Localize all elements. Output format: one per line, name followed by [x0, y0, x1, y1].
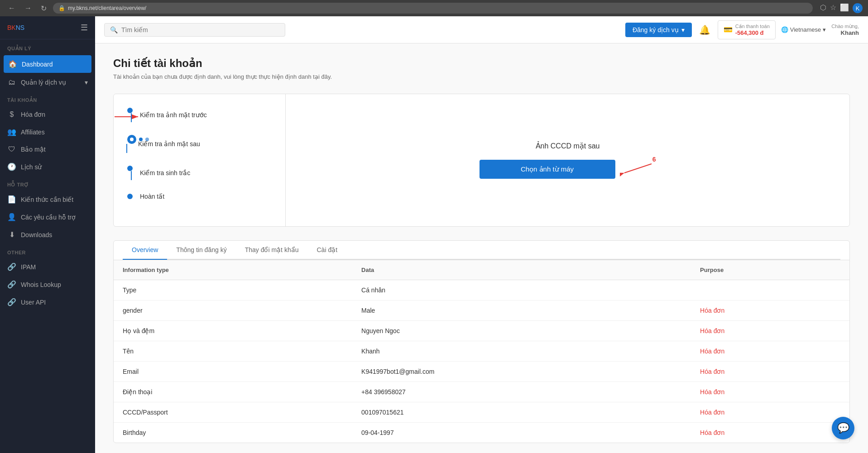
chevron-down-icon: ▾ [823, 26, 826, 33]
sidebar-item-service-management[interactable]: 🗂 Quản lý dịch vụ ▾ [0, 74, 95, 91]
user-greeting: Chào mừng, Khanh [831, 24, 859, 36]
table-row: EmailK941997bot1@gmail.comHóa đơn [114, 362, 849, 382]
step-label-3: Kiểm tra sinh trắc [140, 169, 190, 176]
data-cell: 001097015621 [352, 402, 691, 423]
balance-widget[interactable]: 💳 Cần thanh toán -564,300 đ [718, 20, 776, 39]
share-icon[interactable]: ⬡ [820, 3, 826, 13]
hamburger-menu[interactable]: ☰ [81, 23, 88, 33]
step-label-4: Hoàn tất [140, 193, 164, 200]
info-table-section: Overview Thông tin đăng ký Thay đổi mật … [113, 240, 850, 443]
url-text: my.bkns.net/clientarea/overview/ [68, 5, 146, 11]
purpose-link[interactable]: Hóa đơn [700, 307, 724, 314]
url-bar[interactable]: 🔒 my.bkns.net/clientarea/overview/ [53, 3, 813, 14]
section-label-other: OTHER [0, 243, 95, 258]
sidebar-item-downloads[interactable]: ⬇ Downloads [0, 226, 95, 243]
tab-settings[interactable]: Cài đặt [307, 241, 346, 260]
sidebar-item-security[interactable]: 🛡 Bảo mật [0, 141, 95, 158]
user-api-label: User API [21, 299, 46, 306]
ipam-label: IPAM [21, 263, 36, 271]
table-row: Điện thoại+84 396958027Hóa đơn [114, 382, 849, 402]
link-icon-whois: 🔗 [7, 280, 16, 289]
search-input[interactable] [121, 26, 279, 33]
sidebar-item-support-requests[interactable]: 👤 Các yêu cầu hỗ trợ [0, 208, 95, 226]
sidebar-item-dashboard[interactable]: 🏠 Dashboard [4, 55, 91, 73]
wallet-icon: 💳 [724, 25, 733, 34]
notifications-button[interactable]: 🔔 [697, 23, 712, 37]
history-label: Lịch sử [21, 163, 42, 171]
step-dot-3 [127, 166, 133, 171]
page-subtitle: Tài khoản của bạn chưa được định danh, v… [113, 73, 850, 80]
chat-button[interactable]: 💬 [832, 417, 854, 439]
purpose-link[interactable]: Hóa đơn [700, 388, 724, 396]
info-type-cell: gender [114, 300, 352, 321]
search-bar[interactable]: 🔍 [104, 23, 285, 37]
profile-icon[interactable]: K [853, 3, 863, 13]
step-connector-1 [131, 113, 132, 122]
table-row: Họ và đệmNguyen NgocHóa đơn [114, 321, 849, 341]
col-header-purpose: Purpose [691, 260, 849, 280]
history-icon: 🕐 [7, 162, 16, 171]
upload-title: Ảnh CCCD mặt sau [536, 142, 600, 150]
upload-panel: Ảnh CCCD mặt sau Chọn ảnh từ máy 6 [286, 94, 849, 226]
browser-bar: ← → ↻ 🔒 my.bkns.net/clientarea/overview/… [0, 0, 868, 16]
balance-info: Cần thanh toán -564,300 đ [735, 24, 770, 36]
steps-panel: 5 Kiểm tra ảnh mặt trước [114, 94, 286, 226]
sidebar: BKNS ☰ QUẢN LÝ 🏠 Dashboard 🗂 Quản lý dịc… [0, 16, 95, 453]
table-row: CCCD/Passport001097015621Hóa đơn [114, 402, 849, 423]
step-row-4: Hoàn tất [127, 193, 272, 200]
browser-actions: ⬡ ☆ ⬜ K [820, 3, 863, 13]
purpose-link[interactable]: Hóa đơn [700, 429, 724, 436]
tab-registration-info[interactable]: Thông tin đăng ký [167, 241, 235, 260]
search-icon: 🔍 [110, 26, 118, 33]
upload-image-button[interactable]: Chọn ảnh từ máy [480, 160, 615, 179]
tabs-wrapper: Overview Thông tin đăng ký Thay đổi mật … [114, 241, 849, 260]
service-management-label: Quản lý dịch vụ [21, 79, 66, 86]
purpose-link[interactable]: Hóa đơn [700, 368, 724, 375]
reload-button[interactable]: ↻ [38, 3, 49, 14]
purpose-link[interactable]: Hóa đơn [700, 348, 724, 355]
greeting-name: Khanh [831, 29, 859, 36]
col-header-data: Data [352, 260, 691, 280]
purpose-link[interactable]: Hóa đơn [700, 327, 724, 334]
purpose-cell: Hóa đơn [691, 402, 849, 423]
sidebar-item-affiliates[interactable]: 👥 Affiliates [0, 123, 95, 141]
balance-label: Cần thanh toán [735, 24, 770, 29]
sidebar-item-user-api[interactable]: 🔗 User API [0, 293, 95, 311]
tab-overview[interactable]: Overview [123, 241, 167, 260]
security-label: Bảo mật [21, 146, 46, 153]
info-type-cell: Họ và đệm [114, 321, 352, 341]
register-service-button[interactable]: Đăng ký dịch vụ ▾ [625, 23, 692, 37]
link-icon-ipam: 🔗 [7, 262, 16, 271]
lock-icon: 🔒 [58, 5, 65, 11]
info-type-cell: Email [114, 362, 352, 382]
globe-icon: 🌐 [781, 26, 788, 33]
window-icon[interactable]: ⬜ [840, 3, 849, 13]
sidebar-item-history[interactable]: 🕐 Lịch sử [0, 158, 95, 176]
arrow-6-svg [620, 159, 656, 177]
annotation-6-wrapper: Chọn ảnh từ máy 6 [480, 159, 656, 179]
logo: BKNS [7, 24, 24, 31]
sidebar-item-knowledge-base[interactable]: 📄 Kiến thức cần biết [0, 191, 95, 208]
shield-icon: 🛡 [7, 145, 16, 153]
tab-change-password[interactable]: Thay đổi mật khẩu [236, 241, 308, 260]
language-selector[interactable]: 🌐 Vietnamese ▾ [781, 26, 826, 33]
info-type-cell: Birthday [114, 423, 352, 443]
sidebar-item-whois-lookup[interactable]: 🔗 Whois Lookup [0, 276, 95, 293]
info-type-cell: Type [114, 280, 352, 300]
back-button[interactable]: ← [5, 3, 18, 13]
sidebar-item-ipam[interactable]: 🔗 IPAM [0, 258, 95, 276]
greeting-top: Chào mừng, [831, 24, 859, 29]
register-btn-label: Đăng ký dịch vụ [633, 26, 679, 33]
logo-ns: NS [16, 24, 24, 31]
sidebar-item-invoice[interactable]: $ Hóa đơn [0, 106, 95, 123]
dashboard-label: Dashboard [22, 61, 53, 68]
forward-button[interactable]: → [22, 3, 34, 13]
data-cell: 09-04-1997 [352, 423, 691, 443]
invoice-label: Hóa đơn [21, 111, 45, 118]
purpose-link[interactable]: Hóa đơn [700, 409, 724, 416]
bookmark-icon[interactable]: ☆ [830, 3, 836, 13]
step-label-1: Kiểm tra ảnh mặt trước [140, 111, 207, 119]
table-row: Birthday09-04-1997Hóa đơn [114, 423, 849, 443]
step-row-2: Kiểm tra ảnh mặt sau [127, 135, 272, 153]
verification-section: 5 Kiểm tra ảnh mặt trước [113, 94, 850, 227]
